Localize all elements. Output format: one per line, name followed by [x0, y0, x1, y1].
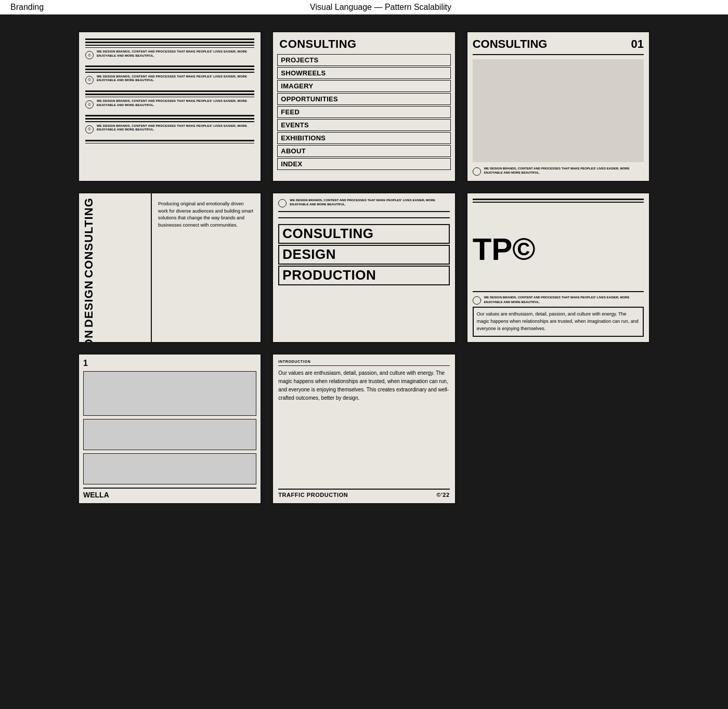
line: [473, 199, 644, 200]
menu-item-showreels[interactable]: SHOWREELS: [277, 67, 450, 79]
big-item-production: PRODUCTION: [278, 266, 449, 285]
footer-left: TRAFFIC PRODUCTION: [278, 492, 348, 498]
card5-small-text: WE DESIGN BRANDS, CONTENT AND PROCESSES …: [290, 199, 449, 207]
big-item-consulting: CONSULTING: [278, 224, 449, 244]
section-4: © WE DESIGN BRANDS, CONTENT AND PROCESSE…: [85, 115, 254, 136]
body-text-2: WE DESIGN BRANDS, CONTENT AND PROCESSES …: [97, 75, 254, 83]
card5-line: [278, 217, 449, 218]
line-thin: [85, 97, 254, 98]
line: [85, 90, 254, 92]
text-block-2: © WE DESIGN BRANDS, CONTENT AND PROCESSE…: [85, 75, 254, 84]
menu-item-projects[interactable]: PROJECTS: [277, 54, 450, 66]
logo-icon: [278, 199, 287, 207]
section-1: © WE DESIGN BRANDS, CONTENT AND PROCESSE…: [85, 38, 254, 61]
card7-image-2: [83, 419, 256, 450]
text-block-3: © WE DESIGN BRANDS, CONTENT AND PROCESSE…: [85, 99, 254, 109]
card5-icon-row: WE DESIGN BRANDS, CONTENT AND PROCESSES …: [278, 199, 449, 207]
logo-icon: [473, 167, 481, 176]
card8-footer: TRAFFIC PRODUCTION ©'22: [278, 489, 449, 498]
line: [85, 140, 254, 141]
logo-icon: ©: [85, 51, 94, 59]
card-big-text: WE DESIGN BRANDS, CONTENT AND PROCESSES …: [272, 192, 456, 343]
line: [85, 65, 254, 67]
card3-footer-text: WE DESIGN BRANDS, CONTENT AND PROCESSES …: [484, 166, 644, 175]
intro-label: INTRODUCTION: [278, 360, 449, 366]
line-thin: [85, 121, 254, 122]
card7-image-1: [83, 371, 256, 416]
card4-right: Producing original and emotionally drive…: [152, 193, 261, 343]
main-grid: © WE DESIGN BRANDS, CONTENT AND PROCESSE…: [78, 0, 650, 535]
card-menu: CONSULTING PROJECTS SHOWREELS IMAGERY OP…: [272, 31, 456, 182]
card4-inner: CONSULTING DESIGN PRODUCTION Producing o…: [79, 193, 261, 343]
menu-item-imagery[interactable]: IMAGERY: [277, 80, 450, 92]
logo-icon: ©: [85, 100, 94, 109]
menu-item-events[interactable]: EVENTS: [277, 119, 450, 131]
line-thin: [85, 143, 254, 144]
word-production: PRODUCTION: [83, 330, 147, 343]
menu-item-about[interactable]: ABOUT: [277, 145, 450, 157]
body-text-1: WE DESIGN BRANDS, CONTENT AND PROCESSES …: [97, 50, 254, 58]
text-block-1: © WE DESIGN BRANDS, CONTENT AND PROCESSE…: [85, 50, 254, 59]
card8-top: INTRODUCTION Our values are enthusiasm, …: [278, 360, 449, 402]
card3-image-area: [473, 59, 644, 162]
top-bar-center: Visual Language — Pattern Scalability: [310, 3, 451, 12]
card-consulting-01: CONSULTING 01 WE DESIGN BRANDS, CONTENT …: [466, 31, 650, 182]
line: [85, 115, 254, 116]
card6-footer-icon-row: WE DESIGN BRANDS, CONTENT AND PROCESSES …: [473, 291, 644, 305]
line: [85, 42, 254, 43]
footer-right: ©'22: [437, 492, 450, 498]
card7-footer: WELLA: [83, 488, 256, 499]
card-lines-text: © WE DESIGN BRANDS, CONTENT AND PROCESSE…: [78, 31, 262, 182]
line: [85, 69, 254, 70]
lines-group-3: [85, 90, 254, 98]
tp-logo: TP©: [473, 207, 644, 291]
top-bar: Branding Visual Language — Pattern Scala…: [0, 0, 728, 15]
intro-body: Our values are enthusiasm, detail, passi…: [278, 369, 449, 402]
big-item-design: DESIGN: [278, 245, 449, 265]
text-block-4: © WE DESIGN BRANDS, CONTENT AND PROCESSE…: [85, 124, 254, 134]
card-introduction: INTRODUCTION Our values are enthusiasm, …: [272, 353, 456, 504]
card5-line: [278, 211, 449, 212]
section-2: © WE DESIGN BRANDS, CONTENT AND PROCESSE…: [85, 65, 254, 86]
card-wella: 1 WELLA: [78, 353, 262, 504]
card7-number: 1: [83, 359, 256, 368]
card2-title: CONSULTING: [277, 36, 450, 52]
card3-header: CONSULTING 01: [473, 37, 644, 55]
card6-values: Our values are enthusiasm, detail, passi…: [473, 307, 644, 337]
logo-icon: ©: [85, 125, 94, 134]
card3-footer: WE DESIGN BRANDS, CONTENT AND PROCESSES …: [473, 166, 644, 176]
menu-item-feed[interactable]: FEED: [277, 106, 450, 118]
card6-lines: [473, 199, 644, 203]
lines-group-4: [85, 115, 254, 122]
word-design: DESIGN: [83, 280, 147, 327]
body-text-3: WE DESIGN BRANDS, CONTENT AND PROCESSES …: [97, 99, 254, 108]
body-text-4: WE DESIGN BRANDS, CONTENT AND PROCESSES …: [97, 124, 254, 133]
lines-group-1: [85, 38, 254, 48]
logo-icon: [473, 296, 481, 305]
card6-footer-text: WE DESIGN BRANDS, CONTENT AND PROCESSES …: [484, 295, 644, 304]
line: [85, 94, 254, 95]
line-thin: [85, 47, 254, 48]
card7-image-3: [83, 453, 256, 484]
card6-footer: WE DESIGN BRANDS, CONTENT AND PROCESSES …: [473, 291, 644, 337]
logo-icon: ©: [85, 76, 94, 84]
card5-top: WE DESIGN BRANDS, CONTENT AND PROCESSES …: [278, 199, 449, 220]
lines-group-2: [85, 65, 254, 73]
card3-title: CONSULTING: [473, 37, 548, 51]
line-thin: [85, 45, 254, 46]
line: [473, 202, 644, 203]
card3-number: 01: [631, 37, 644, 51]
word-consulting: CONSULTING: [83, 198, 147, 278]
card-rotated-words: CONSULTING DESIGN PRODUCTION Producing o…: [78, 192, 262, 343]
card-tp-logo: TP© WE DESIGN BRANDS, CONTENT AND PROCES…: [466, 192, 650, 343]
line: [85, 118, 254, 120]
card4-body: Producing original and emotionally drive…: [158, 201, 254, 229]
menu-item-opportunities[interactable]: OPPORTUNITIES: [277, 93, 450, 105]
card4-left: CONSULTING DESIGN PRODUCTION: [79, 193, 152, 343]
section-3: © WE DESIGN BRANDS, CONTENT AND PROCESSE…: [85, 90, 254, 111]
menu-item-exhibitions[interactable]: EXHIBITIONS: [277, 132, 450, 144]
menu-item-index[interactable]: INDEX: [277, 158, 450, 170]
line: [85, 38, 254, 40]
line-thin: [85, 72, 254, 73]
lines-bottom: [85, 140, 254, 144]
